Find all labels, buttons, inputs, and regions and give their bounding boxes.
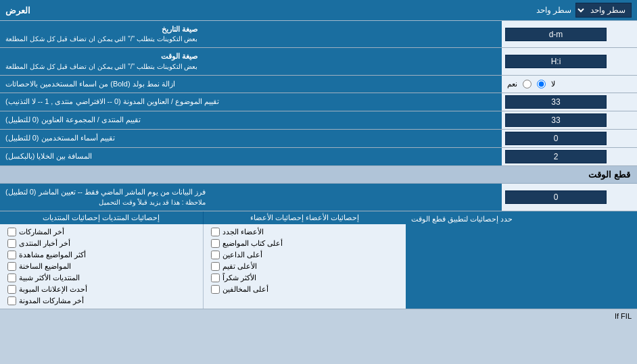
cb-blog-posts[interactable]	[7, 296, 16, 305]
limit-stats-label: حدد إحصائيات لتطبيق قطع الوقت	[411, 215, 513, 224]
bold-no-radio[interactable]	[537, 80, 546, 88]
users-limit-input[interactable]	[505, 132, 607, 145]
forum-order-input[interactable]	[505, 95, 607, 109]
cell-spacing-label: المسافة بين الخلايا (بالبكسل)	[5, 151, 93, 161]
bottom-text: If FIL	[0, 309, 637, 323]
checkbox-col-mid-header: إحصائيات المنتديات إحصائيات المنتديات	[0, 211, 203, 224]
cutoff-days-input[interactable]	[505, 190, 607, 204]
bold-remove-label: ازالة نمط بولد (Bold) من اسماء المستخدمي…	[5, 79, 175, 89]
cb-last-posts[interactable]	[7, 228, 16, 236]
cb-top-posters[interactable]	[211, 239, 220, 248]
checkbox-col-left-header: إحصائيات الأعضاء إحصائيات الأعضاء	[203, 211, 406, 224]
cb-new-members[interactable]	[211, 228, 220, 236]
cb-top-violators[interactable]	[211, 285, 220, 294]
section-title: العرض	[5, 5, 30, 16]
forum-group-label: تقييم المنتدى / المجموعة العناوين (0 للت…	[5, 115, 141, 125]
cb-top-inviters[interactable]	[211, 251, 220, 259]
cutoff-days-label-line1: فرز البيانات من يوم الماشر الماضي فقط --…	[5, 187, 206, 197]
checkboxes-members-col: الأعضاء الجدد أعلى كتاب المواضيع أعلى ال…	[203, 224, 406, 309]
bold-yes-label: نعم	[507, 80, 517, 88]
forum-order-label: تقييم الموضوع / العناوين المدونة (0 -- ا…	[5, 97, 219, 107]
forum-group-input[interactable]	[505, 113, 607, 127]
time-format-label-line2: بعض التكوينات يتطلب "/" التي يمكن ان تضا…	[5, 62, 197, 72]
bold-no-label: لا	[551, 80, 555, 88]
cb-last-news[interactable]	[7, 239, 16, 248]
checkboxes-forums-col: أخر المشاركات أخر أخبار المنتدى أكثر الم…	[0, 224, 203, 309]
time-format-input[interactable]	[505, 55, 607, 68]
date-format-label-line1: صيغة التاريخ	[5, 24, 197, 34]
section-cutoff-header: قطع الوقت	[0, 166, 637, 184]
cell-spacing-input[interactable]	[505, 150, 607, 163]
date-format-label-line2: بعض التكوينات يتطلب "/" التي يمكن ان تضا…	[5, 34, 197, 44]
bold-yes-radio[interactable]	[523, 80, 532, 88]
time-format-label-line1: صيغة الوقت	[5, 51, 197, 61]
dropdown-label: سطر واحد	[536, 5, 571, 15]
cb-latest-ads[interactable]	[7, 285, 16, 294]
cb-hot-topics[interactable]	[7, 262, 16, 271]
date-format-input[interactable]	[505, 28, 607, 41]
cb-top-rated[interactable]	[211, 262, 220, 271]
cb-popular-forums[interactable]	[7, 274, 16, 282]
cb-most-thanked[interactable]	[211, 274, 220, 282]
cb-most-viewed[interactable]	[7, 251, 16, 259]
cutoff-days-label-line2: ملاحظة : هذا قد يزيد قبلاً وقت التحميل	[5, 198, 206, 207]
users-limit-label: تقييم أسماء المستخدمين (0 للتطبيل)	[5, 133, 115, 143]
display-dropdown[interactable]: سطر واحد سطرين ثلاثة أسطر	[575, 3, 632, 18]
